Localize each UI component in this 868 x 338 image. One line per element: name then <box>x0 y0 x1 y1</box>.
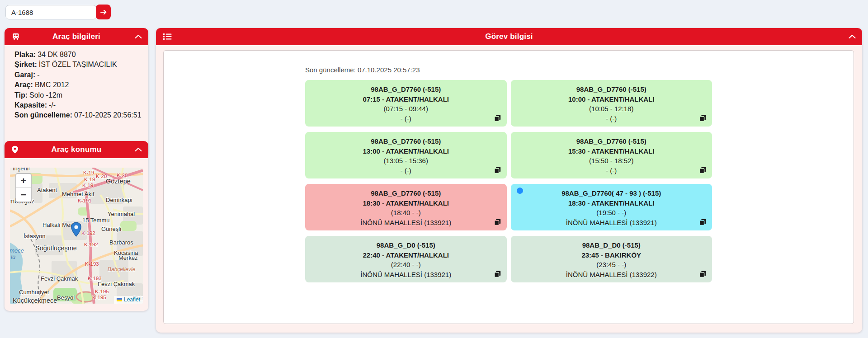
map-place-label: Küçükçekmece <box>13 297 57 304</box>
map-road-label: K-191 <box>78 198 92 203</box>
vehicle-location-header[interactable]: Araç konumu <box>5 141 148 158</box>
vehicle-marker-icon[interactable] <box>71 221 81 239</box>
map-road-label: K-19 <box>83 170 94 175</box>
task-card[interactable]: 98AB_G_D7760 (-515) 13:00 - ATAKENT/HALK… <box>305 132 507 178</box>
vehicle-location-title: Araç konumu <box>5 145 148 154</box>
map-road-label: K-19 <box>84 177 95 182</box>
map-road-label: K-195 <box>92 295 106 300</box>
copy-icon[interactable] <box>494 219 501 225</box>
map-road-label: K-19 <box>82 183 93 188</box>
task-card[interactable]: 98AB_G_D0 (-515) 22:40 - ATAKENT/HALKALI… <box>305 236 507 282</box>
copy-icon[interactable] <box>699 271 706 277</box>
field-son-guncelleme: Son güncelleme:07-10-2025 20:56:51 <box>14 110 142 120</box>
field-kapasite: Kapasite:-/- <box>14 100 142 110</box>
tasks-content-box: Son güncelleme: 07.10.2025 20:57:23 98AB… <box>163 50 854 324</box>
map-road-label: K-193 <box>88 276 102 281</box>
task-card-active[interactable]: 98AB_G_D7760( 47 - 93 ) (-515) 18:30 - A… <box>511 184 712 230</box>
field-tip: Tip:Solo -12m <box>14 90 142 100</box>
map-place-label: Beşyol <box>57 294 75 301</box>
leaflet-map[interactable]: ınşehir Göztepe Atakent Mehmet Akif Demi… <box>10 168 143 304</box>
copy-icon[interactable] <box>699 115 706 122</box>
search-input[interactable] <box>5 5 97 19</box>
copy-icon[interactable] <box>494 271 501 277</box>
vehicle-info-title: Araç bilgileri <box>5 32 148 41</box>
map-road-label: K-192 <box>84 242 98 247</box>
map-road-label: K-192 <box>81 230 95 236</box>
search-submit-button[interactable] <box>96 5 111 19</box>
map-water-label: lü <box>11 253 15 260</box>
map-road-label: K-20 <box>117 173 127 178</box>
zoom-out-button[interactable]: − <box>16 188 31 202</box>
map-place-label: Fevzi Çakmak <box>98 281 135 287</box>
task-card[interactable]: 98AB_G_D7760 (-515) 15:30 - ATAKENT/HALK… <box>511 132 712 178</box>
bus-icon <box>12 33 20 41</box>
map-place-label: 15 Temmu <box>82 217 109 224</box>
map-place-label: Barbaros <box>109 239 133 246</box>
chevron-up-icon[interactable] <box>135 148 142 152</box>
map-zoom-control: + − <box>15 173 32 202</box>
map-place-label: İstasyon <box>24 233 45 239</box>
map-place-label: Göztepe <box>106 178 131 185</box>
map-place-label: Güneşli <box>101 225 121 232</box>
map-place-label: Merkez <box>118 254 138 261</box>
map-area-label: Bahçelievle <box>108 266 135 272</box>
copy-icon[interactable] <box>699 219 706 225</box>
map-road-label: K-20 <box>96 174 107 179</box>
vehicle-location-panel: Araç konumu <box>5 141 148 311</box>
chevron-up-icon[interactable] <box>135 35 142 39</box>
copy-icon[interactable] <box>494 167 501 174</box>
field-plaka: Plaka:34 DK 8870 <box>14 50 142 60</box>
tasks-panel: Görev bilgisi Son güncelleme: 07.10.2025… <box>156 28 862 333</box>
tasks-title: Görev bilgisi <box>156 32 862 41</box>
map-place-label: Cumhuriyet <box>19 289 49 296</box>
map-place-label: ınşehir <box>13 168 30 172</box>
map-place-label: Söğütlüçeşme <box>35 244 77 252</box>
task-card[interactable]: 98AB_G_D7760 (-515) 10:00 - ATAKENT/HALK… <box>511 80 712 127</box>
arrow-right-icon <box>100 9 107 16</box>
map-place-label: Demirkapı <box>106 197 132 203</box>
map-road-label: K-195 <box>95 289 109 294</box>
vehicle-info-header[interactable]: Araç bilgileri <box>5 28 148 45</box>
zoom-in-button[interactable]: + <box>16 174 31 188</box>
ukraine-flag-icon <box>117 298 122 301</box>
task-card[interactable]: 98AB_D_D0 (-515) 23:45 - BAKIRKÖY (23:45… <box>511 236 712 282</box>
task-card[interactable]: 98AB_G_D7760 (-515) 07:15 - ATAKENT/HALK… <box>305 80 507 127</box>
task-card[interactable]: 98AB_G_D7760 (-515) 18:30 - ATAKENT/HALK… <box>305 184 507 230</box>
live-dot-indicator <box>517 188 523 194</box>
vehicle-info-body: Plaka:34 DK 8870 Şirket:İST ÖZEL TAŞIMAC… <box>5 45 148 126</box>
map-place-label: Yenimahal <box>108 211 135 217</box>
vehicle-info-panel: Araç bilgileri Plaka:34 DK 8870 Şirket:İ… <box>5 28 148 157</box>
chevron-up-icon[interactable] <box>849 35 856 39</box>
map-water-label: emece <box>10 247 24 254</box>
leaflet-link: Leaflet <box>124 296 140 303</box>
map-pin-icon <box>12 146 18 154</box>
map-place-label: Mehmet Akif <box>62 191 94 197</box>
map-place-label: Atakent <box>37 187 57 193</box>
map-road-label: K-193 <box>85 261 99 267</box>
field-arac: Araç:BMC 2012 <box>14 80 142 90</box>
map-attribution[interactable]: Leaflet <box>114 296 143 304</box>
tasks-header[interactable]: Görev bilgisi <box>156 28 862 45</box>
list-icon[interactable] <box>163 33 172 40</box>
field-garaj: Garaj:- <box>14 70 142 80</box>
copy-icon[interactable] <box>494 115 501 122</box>
copy-icon[interactable] <box>699 167 706 174</box>
task-cards-grid: 98AB_G_D7760 (-515) 07:15 - ATAKENT/HALK… <box>305 80 712 282</box>
map-place-label: Fevzi Çakmak <box>41 275 78 282</box>
field-sirket: Şirket:İST ÖZEL TAŞIMACILIK <box>14 60 142 70</box>
tasks-last-update: Son güncelleme: 07.10.2025 20:57:23 <box>305 66 712 74</box>
